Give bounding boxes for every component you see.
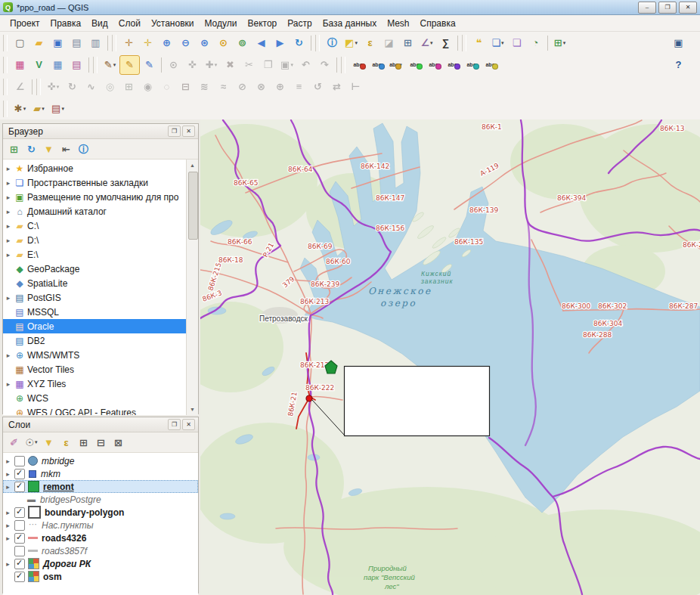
layers-close-button[interactable]: ✕: [182, 419, 195, 430]
toolbar-handle[interactable]: [341, 57, 345, 73]
toolbar-handle[interactable]: [315, 35, 320, 51]
expand-arrow-icon[interactable]: ▸: [3, 237, 14, 244]
remove-layer-button[interactable]: ⊠: [110, 434, 127, 451]
layer-item-osm[interactable]: osm: [3, 570, 198, 583]
diagram-properties-button[interactable]: abc: [481, 56, 500, 74]
help-contents-button[interactable]: ?: [669, 56, 688, 74]
pan-map-button[interactable]: ✛: [119, 34, 138, 52]
save-layer-edits-button[interactable]: ✎: [140, 56, 159, 74]
collapse-all-layers-button[interactable]: ⊟: [92, 434, 110, 451]
delete-ring-button[interactable]: ◌: [157, 78, 176, 96]
menu-item-database[interactable]: База данных: [317, 17, 382, 30]
layout-manager-button[interactable]: ▥: [86, 34, 105, 52]
zoom-last-button[interactable]: ◀: [252, 34, 271, 52]
nas-punkty-visibility-checkbox[interactable]: [14, 520, 25, 531]
expand-all-layers-button[interactable]: ⊞: [75, 434, 92, 451]
browser-item-home[interactable]: ▸⌂Домашний каталог: [3, 204, 187, 218]
browser-item-spatialite[interactable]: ◆SpatiaLite: [3, 276, 187, 290]
add-raster-layer-button[interactable]: ▦: [48, 56, 67, 74]
osm-visibility-checkbox[interactable]: [14, 572, 25, 582]
browser-scrollbar[interactable]: ▲ ▼: [186, 160, 198, 415]
deselect-features-button[interactable]: ◪: [379, 34, 398, 52]
menu-item-vector[interactable]: Вектор: [242, 17, 282, 30]
toolbar-handle[interactable]: [112, 35, 116, 51]
browser-item-wms-wmts[interactable]: ▸⊕WMS/WMTS: [3, 348, 187, 362]
zoom-in-button[interactable]: ⊕: [157, 34, 176, 52]
expand-arrow-icon[interactable]: ▸: [3, 251, 14, 259]
layer-item-bridges-postgre[interactable]: ▬bridgesPostgre: [3, 493, 198, 506]
map-tips-button[interactable]: ❝: [469, 34, 488, 52]
remont-visibility-checkbox[interactable]: [14, 482, 25, 492]
browser-item-xyz-tiles[interactable]: ▸▦XYZ Tiles: [3, 377, 187, 391]
pan-to-selection-button[interactable]: ✛: [138, 34, 157, 52]
browser-item-wfs-ogc-api[interactable]: ⊕WFS / OGC API - Features: [3, 405, 187, 415]
browser-item-spatial-bookmarks[interactable]: ▸❏Пространственные закладки: [3, 175, 187, 190]
merge-feature-attributes-button[interactable]: ≡: [290, 78, 308, 96]
filter-legend-button[interactable]: ▼: [40, 434, 57, 451]
measure-line-button[interactable]: ∠▾: [417, 34, 436, 52]
add-ring-button[interactable]: ◎: [101, 78, 119, 96]
browser-item-postgis[interactable]: ▸▤PostGIS: [3, 290, 187, 305]
toolbar-handle[interactable]: [3, 57, 8, 73]
browser-float-button[interactable]: ❐: [168, 126, 181, 137]
browser-item-oracle[interactable]: ▤Oracle: [3, 319, 187, 333]
browser-item-geopackage[interactable]: ◆GeoPackage: [3, 262, 187, 276]
new-spatial-bookmark-button[interactable]: ❏▾: [488, 34, 507, 52]
expand-arrow-icon[interactable]: ▸: [3, 470, 13, 478]
zoom-to-selection-button[interactable]: ⊙: [214, 34, 233, 52]
paste-features-dropdown-arrow[interactable]: ▾: [290, 62, 293, 68]
expand-arrow-icon[interactable]: ▸: [3, 165, 14, 172]
move-feature-button[interactable]: ✜: [183, 56, 202, 74]
manage-map-themes-button[interactable]: ☉▾: [23, 434, 40, 451]
open-project-button[interactable]: ▰: [29, 34, 48, 52]
maximize-button[interactable]: ❐: [658, 2, 677, 14]
datasource-manager-button[interactable]: ▦: [11, 56, 29, 74]
browser-close-button[interactable]: ✕: [182, 126, 195, 137]
measure-line-dropdown-arrow[interactable]: ▾: [430, 40, 433, 46]
refresh-map-button[interactable]: ↻: [290, 34, 308, 52]
zoom-to-layer-button[interactable]: ⊚: [233, 34, 252, 52]
browser-item-project-home[interactable]: ▸▣Размещение по умолчанию для про: [3, 190, 187, 204]
layer-item-mbridge[interactable]: ▸mbridge: [3, 454, 198, 467]
boundary-polygon-visibility-checkbox[interactable]: [14, 507, 25, 518]
mkm-visibility-checkbox[interactable]: [14, 469, 25, 479]
new-spatial-bookmark-dropdown-arrow[interactable]: ▾: [501, 40, 504, 46]
offset-point-symbol-button[interactable]: ⇄: [327, 78, 346, 96]
new-map-view-button[interactable]: ⊞▾: [550, 34, 569, 52]
menu-item-edit[interactable]: Правка: [45, 17, 87, 30]
layer-item-boundary-polygon[interactable]: ▸boundary-polygon: [3, 506, 198, 519]
select-features-button[interactable]: ◩▾: [342, 34, 361, 52]
expand-arrow-icon[interactable]: ▸: [3, 194, 14, 201]
layer-item-dorogi-rk[interactable]: ▸Дороги РК: [3, 557, 198, 570]
change-label-properties-button[interactable]: abc: [462, 56, 481, 74]
expand-arrow-icon[interactable]: ▸: [3, 352, 14, 359]
add-part-button[interactable]: ⊞: [119, 78, 138, 96]
messages-log-button[interactable]: ▣: [669, 34, 688, 52]
paste-features-button[interactable]: ▣▾: [277, 56, 296, 74]
menu-item-view[interactable]: Вид: [86, 17, 113, 30]
layer-item-roads3857f[interactable]: roads3857f: [3, 544, 198, 557]
toolbar-handle[interactable]: [3, 101, 8, 117]
enable-advanced-digitizing-button[interactable]: ∠: [11, 78, 29, 96]
expand-arrow-icon[interactable]: ▸: [3, 522, 13, 529]
collapse-all-button[interactable]: ⇤: [57, 141, 75, 157]
statistical-summary-button[interactable]: ∑: [436, 34, 455, 52]
redo-button[interactable]: ↷: [315, 56, 334, 74]
expand-arrow-icon[interactable]: ▸: [3, 509, 13, 516]
layers-float-button[interactable]: ❐: [168, 419, 181, 430]
expand-arrow-icon[interactable]: ▸: [3, 535, 13, 542]
select-features-dropdown-arrow[interactable]: ▾: [355, 40, 358, 46]
rotate-feature-button[interactable]: ↻: [63, 78, 82, 96]
browser-item-vector-tiles[interactable]: ▦Vector Tiles: [3, 362, 187, 377]
toggle-editing-button[interactable]: ✎: [119, 55, 140, 75]
highlight-pinned-labels-button[interactable]: abc: [405, 56, 424, 74]
simplify-feature-button[interactable]: ∿: [82, 78, 101, 96]
plugin-dropdown-a-dropdown-arrow[interactable]: ▾: [23, 106, 26, 112]
delete-part-button[interactable]: ⊟: [176, 78, 195, 96]
zoom-out-button[interactable]: ⊖: [176, 34, 195, 52]
rotate-point-symbols-button[interactable]: ↺: [308, 78, 327, 96]
refresh-browser-button[interactable]: ↻: [23, 141, 40, 157]
new-map-view-dropdown-arrow[interactable]: ▾: [563, 40, 566, 46]
select-by-expression-button[interactable]: ε: [361, 34, 379, 52]
browser-properties-button[interactable]: ⓘ: [75, 141, 92, 157]
